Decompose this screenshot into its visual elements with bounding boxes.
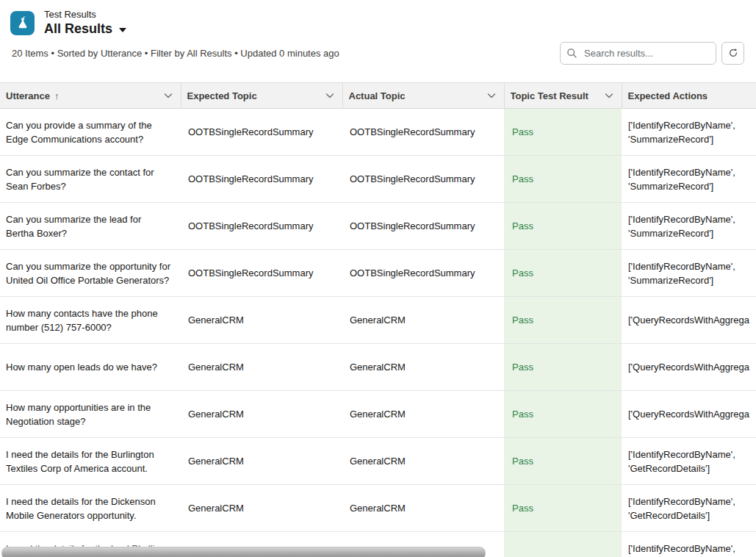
table-row: How many open leads do we have?GeneralCR… xyxy=(0,344,756,391)
cell-expected-actions-text: ['IdentifyRecordByName', xyxy=(628,543,735,554)
cell-expected-topic: OOTBSingleRecordSummary xyxy=(181,156,342,203)
cell-topic-test-result-text: Pass xyxy=(512,503,533,514)
cell-actual-topic-text: OOTBSingleRecordSummary xyxy=(350,267,475,278)
cell-actual-topic-text: GeneralCRM xyxy=(350,456,406,467)
column-header-utterance[interactable]: Utterance↑ xyxy=(0,83,181,109)
cell-actual-topic: OOTBSingleRecordSummary xyxy=(342,203,504,250)
column-header-actual-topic[interactable]: Actual Topic xyxy=(342,83,504,109)
column-header-expected-topic[interactable]: Expected Topic xyxy=(181,83,342,109)
cell-utterance: I need the details for the Burlington Te… xyxy=(0,438,181,485)
cell-topic-test-result: Pass xyxy=(504,203,622,250)
cell-expected-actions: ['IdentifyRecordByName', xyxy=(622,532,756,557)
title-texts: Test Results All Results xyxy=(44,9,126,37)
cell-expected-topic: OOTBSingleRecordSummary xyxy=(181,250,342,297)
cell-utterance: How many opportunities are in the Negoti… xyxy=(0,391,181,438)
table-header-row: Utterance↑Expected TopicActual TopicTopi… xyxy=(0,83,756,109)
cell-expected-actions-text: ['IdentifyRecordByName', 'SummarizeRecor… xyxy=(628,261,735,286)
cell-topic-test-result: Pass xyxy=(504,109,622,156)
search-box[interactable] xyxy=(560,42,716,65)
table-row: Can you summarize the lead for Bertha Bo… xyxy=(0,203,756,250)
cell-actual-topic: GeneralCRM xyxy=(342,438,504,485)
column-label: Utterance xyxy=(6,90,50,101)
cell-actual-topic-text: OOTBSingleRecordSummary xyxy=(350,173,475,184)
cell-topic-test-result-text: Pass xyxy=(512,173,533,184)
cell-expected-topic-text: GeneralCRM xyxy=(188,362,244,373)
table-row: I need the details for the Dickenson Mob… xyxy=(0,485,756,532)
chevron-down-icon[interactable] xyxy=(325,90,335,101)
cell-utterance: Can you summarize the contact for Sean F… xyxy=(0,156,181,203)
chevron-down-icon[interactable] xyxy=(163,90,173,101)
cell-expected-actions: ['QueryRecordsWithAggrega xyxy=(622,344,756,391)
chevron-down-icon[interactable] xyxy=(486,90,497,101)
cell-expected-topic-text: OOTBSingleRecordSummary xyxy=(188,267,314,278)
column-label: Topic Test Result xyxy=(511,90,588,101)
cell-topic-test-result-text: Pass xyxy=(512,267,533,278)
horizontal-scrollbar[interactable] xyxy=(1,547,486,557)
cell-expected-actions-text: ['IdentifyRecordByName', 'SummarizeRecor… xyxy=(628,120,735,145)
cell-expected-actions: ['QueryRecordsWithAggrega xyxy=(622,391,756,438)
cell-topic-test-result: Pass xyxy=(504,485,622,532)
cell-expected-actions-text: ['QueryRecordsWithAggrega xyxy=(628,409,749,420)
cell-expected-actions: ['IdentifyRecordByName', 'SummarizeRecor… xyxy=(622,203,756,250)
cell-actual-topic: OOTBSingleRecordSummary xyxy=(342,156,504,203)
cell-actual-topic: GeneralCRM xyxy=(342,391,504,438)
cell-actual-topic: GeneralCRM xyxy=(342,297,504,344)
cell-topic-test-result-text: Pass xyxy=(512,456,533,467)
cell-expected-topic-text: GeneralCRM xyxy=(188,409,244,420)
refresh-button[interactable] xyxy=(721,42,744,65)
test-results-page: Test Results All Results 20 Items • Sort… xyxy=(0,0,756,557)
cell-utterance-text: Can you provide a summary of the Edge Co… xyxy=(6,120,152,145)
cell-topic-test-result: Pass xyxy=(504,344,622,391)
column-label: Expected Actions xyxy=(628,90,708,101)
cell-topic-test-result: Pass xyxy=(504,297,622,344)
column-label: Expected Topic xyxy=(187,90,257,101)
view-label: All Results xyxy=(44,21,112,37)
cell-expected-topic: OOTBSingleRecordSummary xyxy=(181,203,342,250)
table-row: How many contacts have the phone number … xyxy=(0,297,756,344)
column-header-topic-test-result[interactable]: Topic Test Result xyxy=(504,83,622,109)
sort-ascending-icon: ↑ xyxy=(54,90,60,101)
cell-actual-topic-text: GeneralCRM xyxy=(350,503,406,514)
cell-actual-topic: GeneralCRM xyxy=(342,344,504,391)
flask-icon xyxy=(10,11,35,35)
cell-utterance-text: Can you summarize the opportunity for Un… xyxy=(6,261,170,286)
cell-expected-topic: GeneralCRM xyxy=(181,485,342,532)
cell-topic-test-result-text: Pass xyxy=(512,126,533,137)
search-input[interactable] xyxy=(583,47,710,60)
cell-topic-test-result: Pass xyxy=(504,250,622,297)
cell-actual-topic-text: OOTBSingleRecordSummary xyxy=(350,126,475,137)
cell-actual-topic: OOTBSingleRecordSummary xyxy=(342,109,504,156)
cell-expected-topic-text: OOTBSingleRecordSummary xyxy=(188,173,314,184)
table-row: How many opportunities are in the Negoti… xyxy=(0,391,756,438)
cell-utterance-text: I need the details for the Burlington Te… xyxy=(6,449,154,474)
cell-utterance: Can you summarize the opportunity for Un… xyxy=(0,250,181,297)
cell-utterance: How many open leads do we have? xyxy=(0,344,181,391)
cell-expected-topic: GeneralCRM xyxy=(181,438,342,485)
cell-utterance-text: How many opportunities are in the Negoti… xyxy=(6,402,151,427)
cell-expected-topic: OOTBSingleRecordSummary xyxy=(181,109,342,156)
refresh-icon xyxy=(727,47,739,59)
cell-topic-test-result-text: Pass xyxy=(512,362,533,373)
cell-expected-actions: ['IdentifyRecordByName', 'SummarizeRecor… xyxy=(622,156,756,203)
cell-topic-test-result-text: Pass xyxy=(512,315,533,326)
table-row: I need the details for the Burlington Te… xyxy=(0,438,756,485)
cell-expected-actions-text: ['IdentifyRecordByName', 'SummarizeRecor… xyxy=(628,167,735,192)
cell-utterance: Can you provide a summary of the Edge Co… xyxy=(0,109,181,156)
list-summary: 20 Items • Sorted by Utterance • Filter … xyxy=(10,48,339,59)
column-header-expected-actions[interactable]: Expected Actions xyxy=(622,83,756,109)
cell-topic-test-result xyxy=(504,532,622,557)
cell-actual-topic: GeneralCRM xyxy=(342,485,504,532)
cell-utterance: I need the details for the Dickenson Mob… xyxy=(0,485,181,532)
cell-utterance-text: Can you summarize the lead for Bertha Bo… xyxy=(6,214,141,239)
cell-expected-actions-text: ['QueryRecordsWithAggrega xyxy=(628,362,749,373)
chevron-down-icon[interactable] xyxy=(604,90,614,101)
cell-expected-topic: GeneralCRM xyxy=(181,297,342,344)
cell-expected-actions: ['IdentifyRecordByName', 'SummarizeRecor… xyxy=(622,250,756,297)
cell-utterance: How many contacts have the phone number … xyxy=(0,297,181,344)
view-selector[interactable]: All Results xyxy=(44,21,126,37)
cell-utterance-text: How many open leads do we have? xyxy=(6,362,157,373)
object-label: Test Results xyxy=(44,9,126,21)
cell-topic-test-result: Pass xyxy=(504,438,622,485)
list-controls xyxy=(560,42,744,65)
title-row: Test Results All Results xyxy=(10,9,744,37)
